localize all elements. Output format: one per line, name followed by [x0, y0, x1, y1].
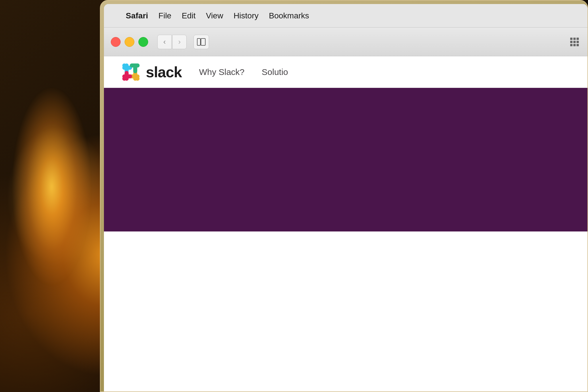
slack-hero-section [104, 88, 587, 231]
grid-dot-5 [573, 41, 576, 43]
laptop-frame: Safari File Edit View History Bookmarks [100, 0, 588, 392]
lamp-bokeh [0, 0, 109, 392]
minimize-button[interactable] [125, 37, 134, 47]
back-icon: ‹ [163, 37, 166, 46]
grid-dot-2 [573, 38, 576, 40]
maximize-button[interactable] [138, 37, 148, 47]
slack-nav-why-slack[interactable]: Why Slack? [199, 67, 244, 77]
file-menu-item[interactable]: File [153, 9, 177, 23]
grid-dot-4 [570, 41, 572, 43]
grid-dot-1 [570, 38, 572, 40]
bookmarks-menu-item[interactable]: Bookmarks [264, 9, 314, 23]
forward-button[interactable]: › [172, 35, 187, 49]
edit-menu-item[interactable]: Edit [177, 9, 201, 23]
svg-point-10 [136, 63, 140, 67]
safari-menu-item[interactable]: Safari [121, 9, 153, 23]
website-content: slack Why Slack? Solutio [104, 56, 587, 391]
svg-rect-0 [197, 38, 200, 45]
forward-icon: › [178, 37, 181, 46]
svg-rect-1 [201, 38, 205, 45]
svg-point-7 [136, 77, 140, 81]
svg-point-13 [122, 77, 126, 81]
macos-menu-bar: Safari File Edit View History Bookmarks [104, 4, 587, 28]
grid-dot-6 [577, 41, 579, 43]
grid-dot-3 [577, 38, 579, 40]
slack-nav-solutions[interactable]: Solutio [262, 67, 288, 77]
grid-dot-9 [577, 44, 579, 46]
grid-dot-8 [573, 44, 576, 46]
slack-logo-icon [121, 62, 141, 82]
slack-logo-text: slack [146, 63, 182, 81]
svg-point-4 [122, 63, 126, 67]
close-button[interactable] [111, 37, 121, 47]
sidebar-toggle-button[interactable] [194, 35, 209, 49]
history-menu-item[interactable]: History [228, 9, 264, 23]
grid-dot-7 [570, 44, 572, 46]
macbook-bezel: Safari File Edit View History Bookmarks [100, 0, 588, 392]
screen-area: Safari File Edit View History Bookmarks [104, 4, 587, 391]
grid-tabs-icon [570, 38, 579, 46]
view-menu-item[interactable]: View [201, 9, 228, 23]
sidebar-toggle-icon [197, 38, 206, 46]
browser-toolbar: ‹ › [104, 28, 587, 56]
grid-tabs-button[interactable] [567, 35, 582, 49]
navigation-buttons: ‹ › [157, 35, 187, 49]
slack-navbar: slack Why Slack? Solutio [104, 56, 587, 88]
slack-logo-area: slack [121, 62, 182, 82]
traffic-lights [111, 37, 148, 47]
back-button[interactable]: ‹ [157, 35, 172, 49]
